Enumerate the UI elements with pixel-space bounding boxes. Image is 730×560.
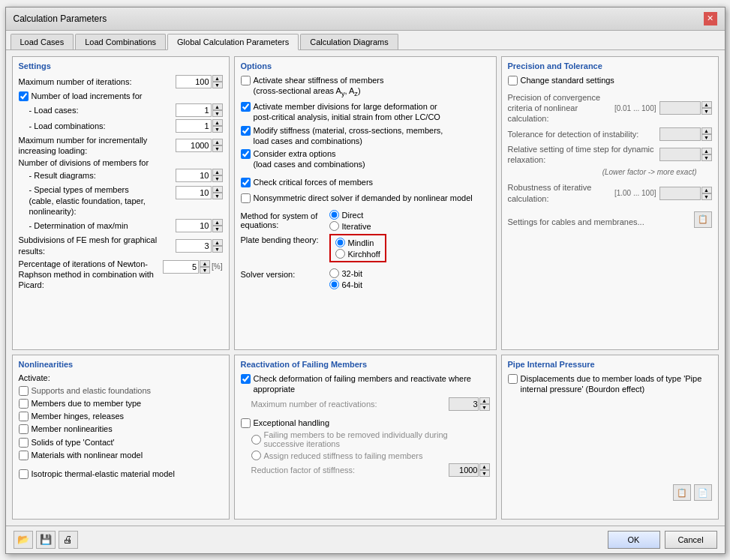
max-iterations-down[interactable]: ▼ — [212, 82, 223, 88]
determination-input[interactable] — [176, 219, 212, 232]
check-deformation-checkbox[interactable] — [241, 374, 251, 384]
load-combinations-input[interactable] — [176, 119, 212, 133]
failing-radio[interactable] — [251, 435, 261, 445]
subdivisions-input[interactable] — [176, 239, 212, 253]
reduction-input[interactable] — [449, 463, 479, 477]
max-incremental-input[interactable] — [176, 139, 212, 152]
robust-down[interactable]: ▼ — [701, 193, 712, 200]
conv-up[interactable]: ▲ — [701, 101, 712, 108]
max-incr-down[interactable]: ▼ — [212, 145, 223, 152]
special-up[interactable]: ▲ — [212, 186, 223, 193]
nl-item5-checkbox[interactable] — [19, 438, 29, 448]
pipe-icon2-btn[interactable]: 📄 — [694, 484, 712, 501]
robustness-input[interactable] — [659, 187, 701, 200]
percentage-row: Percentage of iterations of Newton-Raphs… — [19, 259, 223, 291]
pct-down[interactable]: ▼ — [200, 267, 210, 274]
tab-load-combinations[interactable]: Load Combinations — [75, 34, 166, 49]
toolbar-save-btn[interactable]: 💾 — [36, 531, 56, 549]
percentage-input[interactable] — [163, 260, 199, 274]
check-deformation-label: Check deformation of failing members and… — [254, 373, 490, 395]
reduction-up[interactable]: ▲ — [479, 463, 490, 470]
toolbar-print-btn[interactable]: 🖨 — [59, 531, 78, 549]
conv-down[interactable]: ▼ — [701, 108, 712, 115]
max-iterations-up[interactable]: ▲ — [212, 75, 223, 82]
nl-item7-checkbox[interactable] — [19, 469, 29, 479]
load-comb-down[interactable]: ▼ — [212, 126, 223, 133]
mindlin-radio[interactable] — [335, 238, 345, 247]
max-react-up[interactable]: ▲ — [479, 397, 490, 404]
pct-up[interactable]: ▲ — [200, 260, 210, 267]
cables-icon-btn[interactable]: 📋 — [694, 211, 712, 228]
robustness-label: Robustness of iterative calculation: — [508, 182, 614, 204]
exceptional-checkbox[interactable] — [241, 418, 251, 428]
nl-item1-checkbox[interactable] — [19, 386, 29, 396]
toolbar-open-btn[interactable]: 📂 — [14, 531, 33, 549]
assign-radio[interactable] — [251, 451, 261, 460]
opt4-checkbox[interactable] — [241, 149, 251, 159]
max-reactivations-input[interactable] — [449, 397, 479, 411]
subdiv-up[interactable]: ▲ — [212, 239, 223, 246]
timestep-up[interactable]: ▲ — [701, 148, 712, 154]
load-cases-down[interactable]: ▼ — [212, 110, 223, 117]
nl-item6-checkbox[interactable] — [19, 451, 29, 460]
subdiv-down[interactable]: ▼ — [212, 246, 223, 253]
result-diagrams-input[interactable] — [176, 169, 212, 182]
solver-32-radio[interactable] — [329, 268, 339, 278]
nl-item3-checkbox[interactable] — [19, 412, 29, 421]
instab-down[interactable]: ▼ — [701, 134, 712, 141]
plate-bending-row: Plate bending theory: Mindlin Kirchhoff — [241, 234, 490, 265]
timestep-spinner: ▲ ▼ — [659, 148, 712, 161]
convergence-input[interactable] — [659, 101, 701, 115]
nl-item5-row: Solids of type 'Contact' — [19, 437, 223, 448]
reduction-down[interactable]: ▼ — [479, 470, 490, 477]
timestep-input[interactable] — [659, 148, 701, 161]
max-react-down[interactable]: ▼ — [479, 404, 490, 411]
displacements-checkbox[interactable] — [508, 374, 518, 384]
result-diagrams-row: - Result diagrams: ▲ ▼ — [29, 169, 223, 182]
tab-global-calculation[interactable]: Global Calculation Parameters — [167, 34, 299, 50]
kirchhoff-radio[interactable] — [335, 249, 345, 259]
instab-up[interactable]: ▲ — [701, 127, 712, 134]
opt6-checkbox[interactable] — [241, 193, 251, 203]
cancel-button[interactable]: Cancel — [665, 531, 717, 549]
close-button[interactable]: ✕ — [704, 12, 717, 25]
opt3-checkbox[interactable] — [241, 126, 251, 136]
opt5-row: Check critical forces of members — [241, 177, 490, 187]
opt1-checkbox[interactable] — [241, 76, 251, 85]
determination-row: - Determination of max/min ▲ ▼ — [29, 219, 223, 232]
tab-load-cases[interactable]: Load Cases — [11, 34, 74, 49]
load-comb-up[interactable]: ▲ — [212, 119, 223, 126]
max-iterations-spinbtns: ▲ ▼ — [212, 75, 223, 88]
instability-input[interactable] — [659, 127, 701, 141]
special-down[interactable]: ▼ — [212, 193, 223, 199]
opt2-checkbox[interactable] — [241, 102, 251, 112]
load-cases-up[interactable]: ▲ — [212, 103, 223, 110]
top-panels: Settings Maximum number of iterations: ▲… — [12, 56, 719, 350]
method-iterative-radio[interactable] — [329, 221, 339, 231]
nl-item4-checkbox[interactable] — [19, 424, 29, 434]
pipe-icon1-btn[interactable]: 📋 — [673, 484, 691, 501]
timestep-down[interactable]: ▼ — [701, 154, 712, 161]
nl-item1-row: Supports and elastic foundations — [19, 385, 223, 396]
ok-button[interactable]: OK — [608, 531, 660, 549]
opt3-label: Modify stiffness (material, cross-sectio… — [254, 125, 443, 147]
det-up[interactable]: ▲ — [212, 219, 223, 226]
method-direct-radio[interactable] — [329, 210, 339, 220]
tab-calculation-diagrams[interactable]: Calculation Diagrams — [300, 34, 398, 49]
load-increments-checkbox[interactable] — [19, 91, 29, 101]
solver-64-row: 64-bit — [329, 280, 363, 289]
opt2-row: Activate member divisions for large defo… — [241, 101, 490, 123]
result-diag-down[interactable]: ▼ — [212, 175, 223, 182]
load-cases-input[interactable] — [176, 103, 212, 117]
opt5-checkbox[interactable] — [241, 178, 251, 187]
change-settings-checkbox[interactable] — [508, 76, 518, 85]
solver-64-radio[interactable] — [329, 280, 339, 289]
max-incr-up[interactable]: ▲ — [212, 139, 223, 145]
max-iterations-input[interactable] — [176, 75, 212, 88]
det-down[interactable]: ▼ — [212, 226, 223, 232]
robust-up[interactable]: ▲ — [701, 187, 712, 193]
nl-item2-checkbox[interactable] — [19, 399, 29, 409]
instability-label: Tolerance for detection of instability: — [508, 129, 659, 139]
result-diag-up[interactable]: ▲ — [212, 169, 223, 175]
special-types-input[interactable] — [176, 186, 212, 199]
